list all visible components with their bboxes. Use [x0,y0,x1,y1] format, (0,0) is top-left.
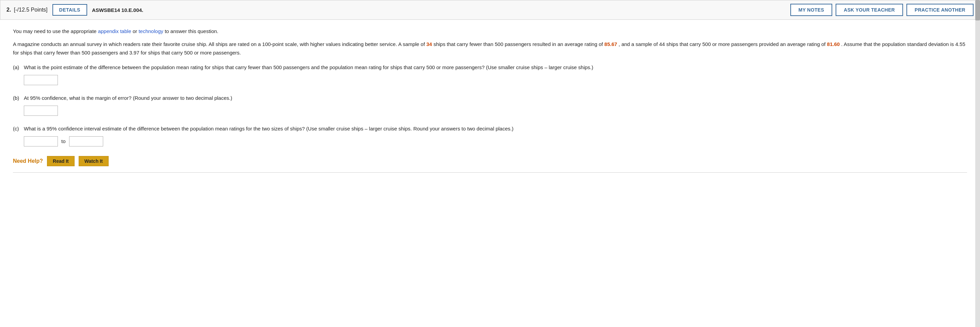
part-c-label: (c) What is a 95% confidence interval es… [13,124,967,133]
problem-text-3: , and a sample of 44 ships that carry 50… [619,41,826,47]
watch-it-button[interactable]: Watch It [79,156,109,166]
read-it-button[interactable]: Read It [47,156,75,166]
bottom-divider [13,172,967,173]
question-number: 2. [-/12.5 Points] [6,7,48,13]
part-c-to-label: to [61,138,66,144]
part-c-letter: (c) [13,124,21,133]
header-buttons: MY NOTES ASK YOUR TEACHER PRACTICE ANOTH… [790,4,974,16]
question-header: 2. [-/12.5 Points] DETAILS ASWSBE14 10.E… [0,0,980,20]
problem-text-2: ships that carry fewer than 500 passenge… [433,41,603,47]
part-b-letter: (b) [13,94,21,102]
q-number: 2. [6,7,11,13]
intro-text: You may need to use the appropriate appe… [13,27,967,35]
practice-another-button[interactable]: PRACTICE ANOTHER [907,4,974,16]
part-a: (a) What is the point estimate of the di… [13,63,967,85]
need-help-row: Need Help? Read It Watch It [13,156,967,166]
part-b-question: At 95% confidence, what is the margin of… [24,94,967,102]
ask-teacher-button[interactable]: ASK YOUR TEACHER [835,4,903,16]
part-c-inputs: to [24,136,967,147]
question-code: ASWSBE14 10.E.004. [92,7,786,13]
details-button[interactable]: DETAILS [52,4,87,16]
my-notes-button[interactable]: MY NOTES [790,4,832,16]
q-points: [-/12.5 Points] [14,7,48,13]
or-text: or [132,28,138,34]
avg1-value: 85.67 [605,41,617,47]
scroll-thumb[interactable] [975,0,980,21]
part-a-letter: (a) [13,63,21,72]
part-c-question: What is a 95% confidence interval estima… [24,124,967,133]
problem-description: A magazine conducts an annual survey in … [13,40,967,57]
need-help-label: Need Help? [13,158,43,164]
sample1-number: 34 [426,41,432,47]
intro-end-text: to answer this question. [165,28,219,34]
part-c-input-upper[interactable] [69,136,103,147]
content-area: You may need to use the appropriate appe… [0,20,980,183]
part-c-input-lower[interactable] [24,136,58,147]
problem-text-1: A magazine conducts an annual survey in … [13,41,425,47]
avg2-value: 81.60 [827,41,840,47]
scroll-track[interactable] [975,0,980,327]
part-b-input[interactable] [24,105,58,116]
part-a-label: (a) What is the point estimate of the di… [13,63,967,72]
part-b-label: (b) At 95% confidence, what is the margi… [13,94,967,102]
part-c: (c) What is a 95% confidence interval es… [13,124,967,147]
part-a-question: What is the point estimate of the differ… [24,63,967,72]
part-a-input[interactable] [24,75,58,85]
appendix-table-link[interactable]: appendix table [98,28,131,34]
intro-line-text: You may need to use the appropriate [13,28,96,34]
technology-link[interactable]: technology [138,28,164,34]
part-b: (b) At 95% confidence, what is the margi… [13,94,967,116]
